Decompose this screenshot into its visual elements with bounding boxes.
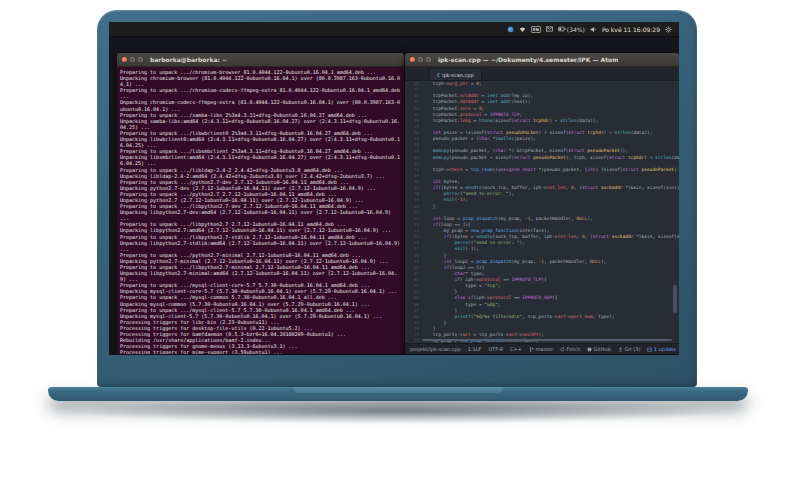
horizontal-scrollbar[interactable] bbox=[422, 339, 672, 341]
close-button[interactable] bbox=[122, 57, 127, 62]
minimize-button[interactable] bbox=[130, 57, 135, 62]
editor-rows: 30 tcph->urg_ptr = 0;3132 tcpPacket.srcA… bbox=[405, 81, 679, 343]
laptop-screen-bezel: EN (34%) Po kvě 11 16:09:29 bbox=[97, 10, 697, 387]
status-line-ending[interactable]: LF bbox=[476, 346, 482, 352]
atom-tab-bar: C ipk-scan.cpp bbox=[405, 67, 679, 81]
atom-window-title: ipk-scan.cpp — ~/Dokumenty/4.semester/IP… bbox=[438, 56, 618, 63]
terminal-line: Unpacking libsmbclient:amd64 (2:4.3.11+d… bbox=[120, 154, 401, 166]
terminal-line: Unpacking mysql-common (5.7.30-0ubuntu0.… bbox=[120, 301, 401, 307]
laptop-base bbox=[48, 387, 748, 401]
terminal-line: Unpacking libpython2.7-stdlib:amd64 (2.7… bbox=[120, 240, 401, 252]
terminal-line: Unpacking samba-libs:amd64 (2:4.3.11+dfs… bbox=[120, 118, 401, 130]
close-button[interactable] bbox=[410, 57, 415, 62]
laptop-base-notch bbox=[293, 387, 503, 393]
branch-icon bbox=[529, 347, 534, 352]
terminal-title: barborka@barborka: ~ bbox=[150, 56, 227, 63]
terminal-output[interactable]: Preparing to unpack .../chromium-browser… bbox=[117, 67, 404, 354]
terminal-line: Unpacking mysql-client-5.7 (5.7.30-0ubun… bbox=[120, 313, 401, 319]
status-file-path: projekt/ipk-scan.cpp bbox=[410, 346, 461, 352]
session-gear-icon[interactable] bbox=[665, 26, 672, 33]
keyboard-layout-label: EN bbox=[531, 26, 541, 33]
terminal-line: Unpacking libpython2.7:amd64 (2.7.12-1ub… bbox=[120, 227, 401, 233]
screenshot-stage: EN (34%) Po kvě 11 16:09:29 bbox=[0, 0, 800, 477]
status-package-updates[interactable]: 1 update bbox=[647, 346, 676, 352]
desktop-background: barborka@barborka: ~ Preparing to unpack… bbox=[109, 37, 679, 355]
status-git-branch[interactable]: master bbox=[529, 346, 553, 352]
github-icon bbox=[587, 347, 592, 352]
tab-ipk-scan[interactable]: C ipk-scan.cpp bbox=[429, 68, 482, 80]
desktop-screen: EN (34%) Po kvě 11 16:09:29 bbox=[109, 22, 679, 355]
terminal-line: Unpacking libldap-2.4-2:amd64 (2.4.42+df… bbox=[120, 173, 401, 179]
terminal-line: Preparing to unpack .../samba-libs_2%3a4… bbox=[120, 112, 401, 118]
terminal-line: Unpacking libpython2.7-dev:amd64 (2.7.12… bbox=[120, 209, 401, 221]
wifi-icon[interactable] bbox=[519, 26, 526, 33]
terminal-line: Preparing to unpack .../python2.7-minima… bbox=[120, 252, 401, 258]
terminal-line: Unpacking python2.7-dev (2.7.12-1ubuntu0… bbox=[120, 185, 401, 191]
atom-window: ipk-scan.cpp — ~/Dokumenty/4.semester/IP… bbox=[405, 53, 679, 354]
terminal-titlebar[interactable]: barborka@barborka: ~ bbox=[117, 53, 404, 67]
panel-clock[interactable]: Po kvě 11 16:09:29 bbox=[602, 26, 660, 33]
terminal-line: Preparing to unpack .../libpython2.7-std… bbox=[120, 234, 401, 240]
cpp-file-icon: C bbox=[437, 72, 440, 78]
battery-percentage: (34%) bbox=[567, 26, 585, 33]
volume-icon[interactable] bbox=[590, 26, 597, 33]
terminal-line: Unpacking libwbclient0:amd64 (2:4.3.11+d… bbox=[120, 136, 401, 148]
mail-icon[interactable] bbox=[546, 26, 553, 32]
status-encoding[interactable]: UTF-8 bbox=[488, 346, 503, 352]
terminal-line: Unpacking chromium-codecs-ffmpeg-extra (… bbox=[120, 99, 401, 111]
ubuntu-top-panel: EN (34%) Po kvě 11 16:09:29 bbox=[109, 22, 679, 37]
vertical-scrollbar[interactable] bbox=[673, 285, 677, 313]
line-number: 72 bbox=[405, 338, 422, 343]
laptop-shadow bbox=[70, 398, 726, 424]
status-grammar[interactable]: C++ bbox=[510, 346, 522, 352]
status-cursor-position[interactable]: 1:1 bbox=[468, 346, 476, 352]
code-editor[interactable]: 30 tcph->urg_ptr = 0;3132 tcpPacket.srcA… bbox=[405, 81, 679, 343]
app-indicator-icon[interactable] bbox=[507, 26, 514, 33]
terminal-line: Preparing to unpack .../chromium-codecs-… bbox=[120, 87, 401, 99]
keyboard-layout-indicator[interactable]: EN bbox=[531, 26, 541, 33]
atom-status-bar: projekt/ipk-scan.cpp 1:1 LF UTF-8 C++ ma… bbox=[405, 343, 679, 354]
maximize-button[interactable] bbox=[426, 57, 431, 62]
maximize-button[interactable] bbox=[138, 57, 143, 62]
terminal-line: Unpacking libpython2.7-minimal:amd64 (2.… bbox=[120, 270, 401, 282]
minimize-button[interactable] bbox=[418, 57, 423, 62]
status-git-changes[interactable]: Git (3) bbox=[618, 346, 640, 352]
status-git-fetch[interactable]: Fetch bbox=[560, 346, 580, 352]
terminal-line: Processing triggers for mime-support (3.… bbox=[120, 349, 401, 354]
atom-titlebar[interactable]: ipk-scan.cpp — ~/Dokumenty/4.semester/IP… bbox=[405, 53, 679, 67]
terminal-window: barborka@barborka: ~ Preparing to unpack… bbox=[117, 53, 404, 354]
battery-indicator[interactable]: (34%) bbox=[558, 26, 585, 33]
tab-label: ipk-scan.cpp bbox=[442, 72, 474, 78]
terminal-line: Unpacking chromium-browser (81.0.4044.12… bbox=[120, 75, 401, 87]
git-diff-icon bbox=[618, 347, 623, 352]
sync-icon bbox=[560, 347, 565, 352]
package-update-icon bbox=[647, 347, 652, 352]
status-github[interactable]: GitHub bbox=[587, 346, 611, 352]
